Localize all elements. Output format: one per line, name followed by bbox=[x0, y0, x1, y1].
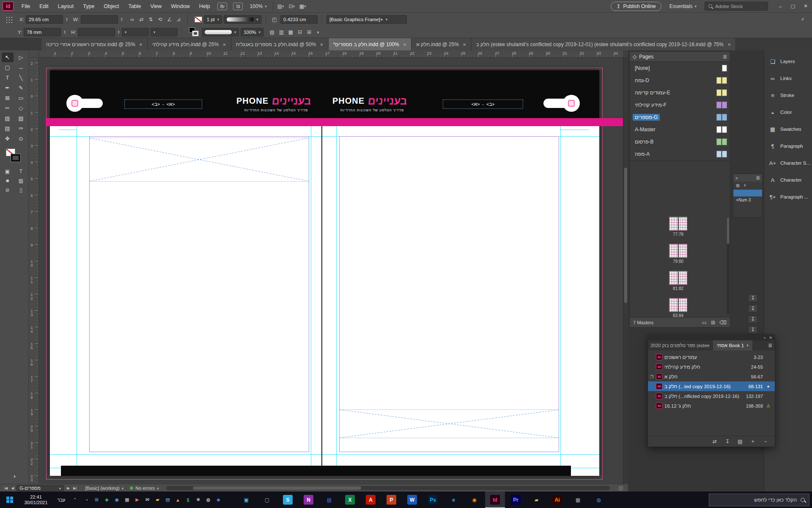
tray-cloud-icon[interactable]: ◍ bbox=[205, 496, 212, 503]
effects-icon[interactable]: ◐ bbox=[314, 28, 323, 36]
color[interactable]: ◒ Color bbox=[764, 104, 812, 121]
gradient-preview-select[interactable] bbox=[202, 28, 239, 36]
type-tool[interactable]: T bbox=[2, 73, 14, 83]
rectangle-tool[interactable]: ▭ bbox=[15, 93, 27, 103]
library-download-icon[interactable]: ↧ bbox=[748, 326, 757, 334]
tab-close-icon[interactable] bbox=[727, 41, 731, 47]
guide[interactable] bbox=[560, 126, 561, 466]
page-select[interactable]: G-מספרים bbox=[16, 485, 64, 491]
swatches[interactable]: ▦ Swatches bbox=[764, 121, 812, 138]
workspace-switcher[interactable]: Essentials bbox=[666, 3, 700, 9]
screen-mode-button[interactable]: ◑ bbox=[8, 472, 20, 480]
master-page-row[interactable]: מידע קהילתי-F bbox=[630, 99, 730, 111]
new-page-icon[interactable]: ⊞ bbox=[711, 320, 715, 326]
document-tab[interactable]: חלק ב מספרים באנגלית.indd @ 50% bbox=[231, 38, 329, 50]
master-page-row[interactable]: מפה-A bbox=[630, 148, 730, 160]
tray-user-icon[interactable]: ◉ bbox=[113, 496, 121, 503]
minimize-button[interactable]: – bbox=[774, 0, 787, 13]
book-document-row[interactable]: ❐ חלק א 56-67 ● ⚠ bbox=[648, 372, 775, 381]
gradient-feather-tool[interactable]: ▧ bbox=[15, 113, 27, 123]
scale-x-select[interactable] bbox=[122, 28, 149, 36]
save-book-icon[interactable]: ↧ bbox=[723, 438, 732, 445]
sync-book-icon[interactable]: ⇄ bbox=[710, 438, 719, 445]
taskbar-word-icon[interactable]: W bbox=[402, 491, 422, 508]
text-wrap-off-icon[interactable]: ⊟ bbox=[296, 28, 304, 36]
height-field[interactable] bbox=[78, 28, 115, 36]
previous-page-button[interactable]: ◀ bbox=[10, 486, 14, 490]
apply-color-button[interactable]: ■ bbox=[2, 177, 14, 185]
master-page-row[interactable]: A-Master bbox=[630, 123, 730, 135]
corner-radius-field[interactable]: 0.4233 cm bbox=[280, 15, 318, 24]
master-thumbnail[interactable] bbox=[716, 138, 727, 145]
tray-photos-icon[interactable]: ▦ bbox=[123, 496, 131, 503]
width-field[interactable] bbox=[81, 15, 118, 24]
normal-view-button[interactable]: ▯ bbox=[15, 186, 27, 194]
selected-style-row[interactable] bbox=[733, 190, 762, 196]
stock-icon[interactable]: St bbox=[233, 3, 243, 10]
paragraph-styles[interactable]: ¶+ Paragraph ... bbox=[764, 188, 812, 205]
taskbar-folder-icon[interactable]: ▰ bbox=[527, 491, 546, 508]
taskbar-window-icon[interactable]: ▢ bbox=[257, 491, 277, 508]
quick-apply-icon[interactable]: ⚡ bbox=[743, 183, 746, 188]
quick-apply-icon[interactable]: ⚡ bbox=[798, 15, 807, 24]
guide[interactable] bbox=[336, 126, 337, 466]
horizontal-scrollbar[interactable] bbox=[166, 486, 610, 490]
delete-page-icon[interactable]: ⌫ bbox=[719, 320, 727, 326]
screen-mode-icon[interactable]: ⊡ bbox=[286, 2, 297, 11]
brand-logo-left[interactable]: PHONE בעניינים bbox=[236, 94, 311, 108]
master-thumbnail[interactable] bbox=[716, 151, 727, 157]
tray-folder-icon[interactable]: ▰ bbox=[154, 496, 161, 503]
spread-thumbnail[interactable]: 77:78 bbox=[669, 217, 687, 237]
shear-icon[interactable]: ⊿ bbox=[175, 15, 183, 24]
taskbar-illustrator-icon[interactable]: Ai bbox=[547, 491, 567, 508]
text-frame-right-page[interactable] bbox=[339, 136, 559, 452]
opacity-select[interactable]: 100% bbox=[241, 28, 263, 36]
menu-item[interactable]: Help bbox=[195, 0, 215, 13]
taskbar-excel-icon[interactable]: X bbox=[340, 491, 360, 508]
panel-menu-icon[interactable]: ≣ bbox=[756, 175, 760, 181]
eyedropper-tool[interactable]: ✑ bbox=[15, 124, 27, 133]
taskbar-app-dark-icon[interactable]: ▦ bbox=[568, 491, 588, 508]
spread-thumbnail[interactable]: 81:82 bbox=[669, 271, 687, 291]
stroke-style-select[interactable] bbox=[224, 15, 261, 24]
tray-pin-icon[interactable]: ◆ bbox=[215, 496, 222, 503]
pencil-tool[interactable]: ✎ bbox=[15, 83, 27, 93]
book-panel-titlebar[interactable]: » ✕ bbox=[648, 335, 775, 340]
footer-black-band[interactable] bbox=[61, 466, 571, 476]
book-document-row[interactable]: חלק ג' 16.12 198-358 ● ⚠ bbox=[648, 401, 775, 411]
adobe-stock-search-input[interactable]: Adobe Stock bbox=[705, 2, 768, 11]
scissors-tool[interactable]: ✂ bbox=[2, 103, 14, 113]
split-view-icon[interactable]: ◫ bbox=[617, 485, 625, 491]
view-options-icon[interactable]: ▤ bbox=[275, 2, 286, 11]
library-download-icon[interactable]: ↧ bbox=[748, 294, 757, 302]
text-frame-left-page[interactable] bbox=[89, 136, 309, 452]
tray-chrome-icon[interactable]: ◔ bbox=[83, 496, 90, 503]
tray-drive-icon[interactable]: ▲ bbox=[174, 496, 181, 503]
menu-item[interactable]: Object bbox=[99, 0, 123, 13]
zoom-tool[interactable]: ⊙ bbox=[15, 134, 27, 144]
bridge-icon[interactable]: Br bbox=[217, 3, 227, 10]
spread-header-band[interactable]: <ב>-<א> PHONE בעניינים מדריך הטלפון של ה… bbox=[50, 70, 599, 118]
tray-shield-icon[interactable]: ◈ bbox=[103, 496, 110, 503]
tab-close-icon[interactable] bbox=[139, 41, 143, 47]
taskbar-clock[interactable]: 22:41 30/01/2021 bbox=[19, 494, 52, 505]
empty-graphic-frame[interactable] bbox=[339, 409, 559, 438]
close-button[interactable]: ✕ bbox=[799, 0, 812, 13]
library-download-icon[interactable]: ↧ bbox=[748, 315, 757, 323]
hand-tool[interactable]: ✥ bbox=[2, 134, 14, 144]
collapse-panel-icon[interactable]: » bbox=[763, 336, 765, 340]
tray-calculator-icon[interactable]: ▤ bbox=[164, 496, 171, 503]
master-page-row[interactable]: מספרים-G bbox=[630, 111, 730, 123]
guide[interactable] bbox=[59, 130, 77, 130]
vertical-ruler[interactable]: 2101234567891011121314151617181920212223 bbox=[29, 58, 39, 484]
fill-stroke-controls[interactable] bbox=[6, 149, 23, 164]
master-thumbnail[interactable] bbox=[722, 65, 727, 72]
tab-close-icon[interactable] bbox=[320, 41, 323, 47]
line-tool[interactable]: ╲ bbox=[15, 73, 27, 83]
paragraph[interactable]: ¶ Paragraph bbox=[764, 138, 812, 155]
stroke-color-swatch[interactable] bbox=[195, 17, 202, 22]
master-page-row[interactable]: פרסום-B bbox=[630, 135, 730, 148]
layers[interactable]: ❏ Layers bbox=[764, 53, 812, 70]
start-button[interactable] bbox=[0, 491, 19, 508]
taskbar-firefox-icon[interactable]: ◉ bbox=[464, 491, 484, 508]
